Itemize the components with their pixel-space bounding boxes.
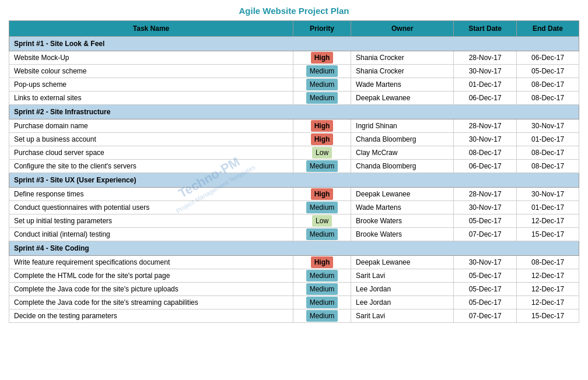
priority-badge: High — [311, 120, 334, 132]
table-row: Set up initial testing parametersLowBroo… — [9, 214, 579, 228]
start-date-cell: 30-Nov-17 — [454, 133, 517, 146]
table-row: Complete the Java code for the site's pi… — [9, 283, 579, 296]
table-row: Complete the HTML code for the site's po… — [9, 269, 579, 283]
start-date-cell: 06-Dec-17 — [454, 92, 517, 105]
owner-cell: Wade Martens — [351, 201, 454, 214]
table-row: Define response timesHighDeepak Lewanee2… — [9, 188, 579, 201]
priority-badge: Medium — [306, 310, 338, 322]
priority-cell: High — [293, 133, 351, 146]
priority-badge: Medium — [306, 79, 338, 90]
owner-cell: Deepak Lewanee — [351, 256, 454, 269]
owner-cell: Lee Jordan — [351, 296, 454, 309]
priority-cell: Low — [293, 146, 351, 160]
end-date-cell: 01-Dec-17 — [517, 201, 579, 214]
table-row: Conduct questionnaires with potential us… — [9, 201, 579, 214]
priority-badge: Medium — [306, 228, 338, 240]
table-row: Complete the Java code for the site's st… — [9, 296, 579, 309]
priority-cell: Medium — [293, 78, 351, 92]
end-date-cell: 15-Dec-17 — [517, 309, 579, 323]
task-name-cell: Complete the HTML code for the site's po… — [9, 269, 293, 283]
sprint-label-3: Sprint #3 - Site UX (User Experience) — [9, 173, 579, 188]
owner-cell: Lee Jordan — [351, 283, 454, 296]
owner-cell: Deepak Lewanee — [351, 92, 454, 105]
priority-badge: High — [311, 133, 334, 145]
owner-cell: Brooke Waters — [351, 214, 454, 228]
priority-badge: Medium — [306, 297, 338, 308]
end-date-cell: 08-Dec-17 — [517, 146, 579, 160]
owner-cell: Deepak Lewanee — [351, 188, 454, 201]
end-date-cell: 06-Dec-17 — [517, 51, 579, 65]
priority-cell: Medium — [293, 65, 351, 78]
table-row: Website Mock-UpHighShania Crocker28-Nov-… — [9, 51, 579, 65]
start-date-cell: 30-Nov-17 — [454, 65, 517, 78]
task-name-cell: Set up initial testing parameters — [9, 214, 293, 228]
sprint-label-2: Sprint #2 - Site Infrastructure — [9, 105, 579, 119]
col-end-date: End Date — [517, 21, 579, 37]
priority-cell: Medium — [293, 283, 351, 296]
priority-cell: Medium — [293, 269, 351, 283]
sprint-row-3: Sprint #3 - Site UX (User Experience) — [9, 173, 579, 188]
start-date-cell: 05-Dec-17 — [454, 283, 517, 296]
priority-cell: High — [293, 51, 351, 65]
start-date-cell: 28-Nov-17 — [454, 119, 517, 133]
end-date-cell: 08-Dec-17 — [517, 78, 579, 92]
table-row: Purchase cloud server spaceLowClay McCra… — [9, 146, 579, 160]
end-date-cell: 08-Dec-17 — [517, 160, 579, 173]
task-name-cell: Pop-ups scheme — [9, 78, 293, 92]
priority-badge: Low — [312, 147, 332, 159]
priority-cell: Medium — [293, 296, 351, 309]
end-date-cell: 05-Dec-17 — [517, 65, 579, 78]
start-date-cell: 06-Dec-17 — [454, 160, 517, 173]
end-date-cell: 12-Dec-17 — [517, 269, 579, 283]
task-name-cell: Website Mock-Up — [9, 51, 293, 65]
col-owner: Owner — [351, 21, 454, 37]
start-date-cell: 30-Nov-17 — [454, 256, 517, 269]
sprint-label-1: Sprint #1 - Site Look & Feel — [9, 37, 579, 51]
task-name-cell: Decide on the testing parameters — [9, 309, 293, 323]
table-row: Purchase domain nameHighIngrid Shinan28-… — [9, 119, 579, 133]
start-date-cell: 07-Dec-17 — [454, 309, 517, 323]
priority-badge: Medium — [306, 160, 338, 172]
owner-cell: Clay McCraw — [351, 146, 454, 160]
task-name-cell: Conduct questionnaires with potential us… — [9, 201, 293, 214]
priority-cell: Medium — [293, 92, 351, 105]
owner-cell: Shania Crocker — [351, 65, 454, 78]
sprint-row-1: Sprint #1 - Site Look & Feel — [9, 37, 579, 51]
start-date-cell: 28-Nov-17 — [454, 51, 517, 65]
priority-cell: Medium — [293, 201, 351, 214]
sprint-row-2: Sprint #2 - Site Infrastructure — [9, 105, 579, 119]
owner-cell: Wade Martens — [351, 78, 454, 92]
owner-cell: Chanda Bloomberg — [351, 133, 454, 146]
task-name-cell: Write feature requirement specifications… — [9, 256, 293, 269]
task-name-cell: Links to external sites — [9, 92, 293, 105]
start-date-cell: 05-Dec-17 — [454, 269, 517, 283]
col-priority: Priority — [293, 21, 351, 37]
owner-cell: Sarit Lavi — [351, 269, 454, 283]
task-name-cell: Define response times — [9, 188, 293, 201]
end-date-cell: 12-Dec-17 — [517, 296, 579, 309]
start-date-cell: 05-Dec-17 — [454, 296, 517, 309]
task-name-cell: Purchase cloud server space — [9, 146, 293, 160]
start-date-cell: 05-Dec-17 — [454, 214, 517, 228]
end-date-cell: 30-Nov-17 — [517, 119, 579, 133]
priority-badge: High — [311, 188, 334, 200]
task-name-cell: Conduct initial (internal) testing — [9, 228, 293, 241]
owner-cell: Ingrid Shinan — [351, 119, 454, 133]
priority-cell: High — [293, 119, 351, 133]
task-name-cell: Complete the Java code for the site's st… — [9, 296, 293, 309]
sprint-row-4: Sprint #4 - Site Coding — [9, 241, 579, 256]
owner-cell: Sarit Lavi — [351, 309, 454, 323]
task-name-cell: Configure the site to the client's serve… — [9, 160, 293, 173]
page-title: Agile Website Project Plan — [9, 6, 579, 16]
owner-cell: Chanda Bloomberg — [351, 160, 454, 173]
priority-badge: Medium — [306, 65, 338, 77]
table-row: Pop-ups schemeMediumWade Martens01-Dec-1… — [9, 78, 579, 92]
owner-cell: Brooke Waters — [351, 228, 454, 241]
start-date-cell: 08-Dec-17 — [454, 146, 517, 160]
start-date-cell: 07-Dec-17 — [454, 228, 517, 241]
priority-badge: Medium — [306, 202, 338, 213]
table-row: Website colour schemeMediumShania Crocke… — [9, 65, 579, 78]
col-start-date: Start Date — [454, 21, 517, 37]
priority-cell: High — [293, 188, 351, 201]
task-name-cell: Complete the Java code for the site's pi… — [9, 283, 293, 296]
